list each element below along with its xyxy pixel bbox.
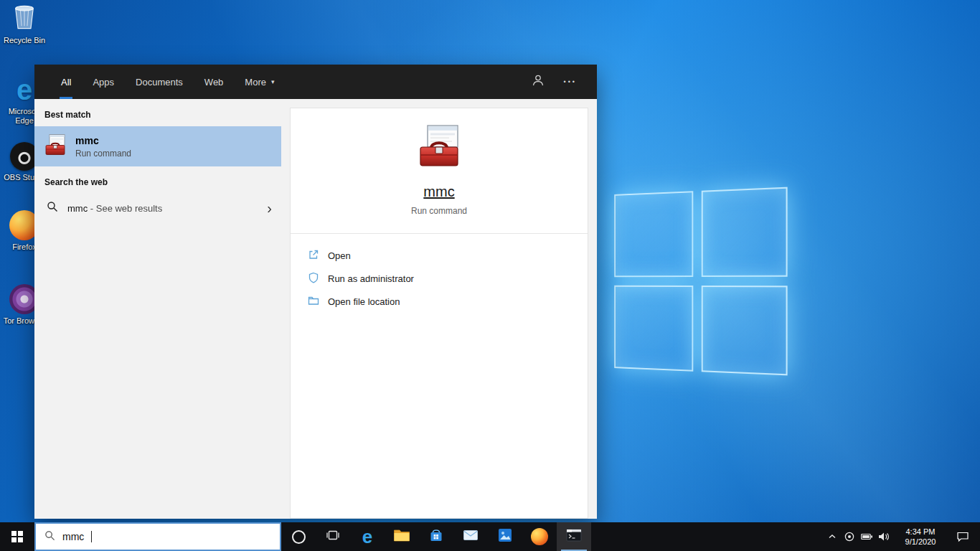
- web-section-label: Search the web: [44, 177, 281, 187]
- tab-label: More: [245, 77, 266, 88]
- action-run-as-administrator[interactable]: Run as administrator: [308, 267, 570, 290]
- action-open[interactable]: Open: [308, 244, 570, 267]
- tab-apps[interactable]: Apps: [91, 65, 116, 99]
- best-match-section-label: Best match: [44, 110, 281, 120]
- taskbar-app-edge[interactable]: e: [350, 522, 385, 551]
- windows-desktop: Recycle Bin e Microsoft Edge OBS Studio …: [0, 0, 980, 551]
- taskbar-clock[interactable]: 4:34 PM 9/1/2020: [892, 522, 948, 551]
- tab-documents[interactable]: Documents: [134, 65, 184, 99]
- chevron-right-icon[interactable]: ›: [267, 201, 272, 215]
- windows-search-panel: All Apps Documents Web More ▾: [34, 65, 597, 519]
- action-open-file-location[interactable]: Open file location: [308, 290, 570, 313]
- best-match-text: mmc Run command: [75, 135, 131, 159]
- best-match-title: mmc: [75, 135, 131, 146]
- search-icon: [47, 201, 58, 215]
- system-tray: 4:34 PM 9/1/2020: [824, 522, 980, 551]
- windows-logo-pane: [614, 286, 693, 372]
- search-results-column: Best match: [34, 99, 281, 519]
- mmc-app-icon: [44, 133, 67, 159]
- windows-logo-pane: [702, 187, 788, 277]
- firefox-icon: [531, 528, 548, 545]
- best-match-result[interactable]: mmc Run command: [34, 126, 281, 166]
- windows-start-icon: [11, 531, 23, 542]
- folder-location-icon: [308, 295, 319, 309]
- task-view-button[interactable]: [316, 522, 350, 551]
- chevron-down-icon: ▾: [271, 78, 275, 85]
- search-panel-body: Best match: [34, 99, 597, 519]
- taskbar-app-photos[interactable]: [488, 522, 522, 551]
- action-center-icon: [956, 531, 969, 542]
- web-search-result[interactable]: mmc - See web results ›: [34, 194, 281, 222]
- clock-date: 9/1/2020: [905, 537, 936, 547]
- tray-chevron-up-icon[interactable]: [824, 522, 841, 551]
- taskbar-app-store[interactable]: [419, 522, 453, 551]
- search-icon: [44, 530, 55, 544]
- windows-logo-pane: [614, 191, 693, 277]
- clock-time: 4:34 PM: [905, 527, 936, 537]
- windows-logo-pane: [702, 286, 788, 375]
- web-suffix: - See web results: [88, 203, 162, 214]
- search-filter-tabs: All Apps Documents Web More ▾: [34, 65, 597, 99]
- more-options-icon[interactable]: •••: [564, 78, 577, 85]
- open-icon: [308, 249, 319, 263]
- taskbar: mmc e: [0, 522, 980, 551]
- taskbar-app-command-window[interactable]: [557, 522, 591, 551]
- volume-icon[interactable]: [875, 522, 892, 551]
- edge-icon: e: [17, 75, 32, 105]
- search-header-actions: •••: [531, 65, 597, 99]
- recycle-bin-icon: [12, 4, 37, 34]
- user-account-icon[interactable]: [531, 73, 545, 90]
- taskbar-app-mail[interactable]: [453, 522, 488, 551]
- photos-icon: [497, 527, 513, 546]
- file-explorer-icon: [393, 528, 410, 545]
- task-view-icon: [326, 529, 340, 544]
- tray-app-icon[interactable]: [841, 522, 858, 551]
- taskbar-app-file-explorer[interactable]: [385, 522, 419, 551]
- desktop-icon-label: Firefox: [12, 242, 37, 252]
- windows-logo-wallpaper: [614, 187, 787, 376]
- text-cursor: [91, 531, 92, 542]
- preview-subtitle: Run command: [411, 206, 467, 216]
- web-query: mmc: [67, 203, 88, 214]
- battery-icon[interactable]: [858, 522, 875, 551]
- action-center-button[interactable]: [948, 522, 977, 551]
- action-label: Open: [328, 250, 351, 261]
- microsoft-store-icon: [428, 527, 444, 546]
- web-result-text: mmc - See web results: [67, 203, 162, 214]
- action-label: Open file location: [328, 296, 400, 307]
- mail-icon: [463, 529, 479, 545]
- search-input-value: mmc: [62, 531, 84, 542]
- action-label: Run as administrator: [328, 273, 414, 284]
- tab-web[interactable]: Web: [203, 65, 225, 99]
- taskbar-search-input[interactable]: mmc: [34, 522, 281, 551]
- tab-label: Apps: [93, 77, 114, 88]
- cortana-button[interactable]: [281, 522, 316, 551]
- tab-label: Web: [204, 77, 224, 88]
- edge-icon: e: [362, 527, 372, 546]
- preview-title: mmc: [423, 184, 454, 200]
- result-preview-card: mmc Run command Open: [290, 108, 588, 519]
- best-match-subtitle: Run command: [75, 149, 131, 159]
- tab-more[interactable]: More ▾: [243, 65, 275, 99]
- tab-all[interactable]: All: [60, 65, 72, 99]
- command-prompt-icon: [565, 527, 583, 546]
- mmc-app-icon-large: [416, 123, 462, 172]
- tab-label: Documents: [136, 77, 183, 88]
- admin-shield-icon: [308, 272, 319, 286]
- taskbar-app-firefox[interactable]: [522, 522, 557, 551]
- cortana-icon: [292, 530, 306, 544]
- start-button[interactable]: [0, 522, 34, 551]
- preview-actions: Open Run as administrator: [291, 234, 588, 323]
- desktop-icon-recycle-bin[interactable]: Recycle Bin: [1, 4, 48, 45]
- desktop-icon-label: Recycle Bin: [4, 36, 45, 45]
- tab-label: All: [61, 77, 71, 88]
